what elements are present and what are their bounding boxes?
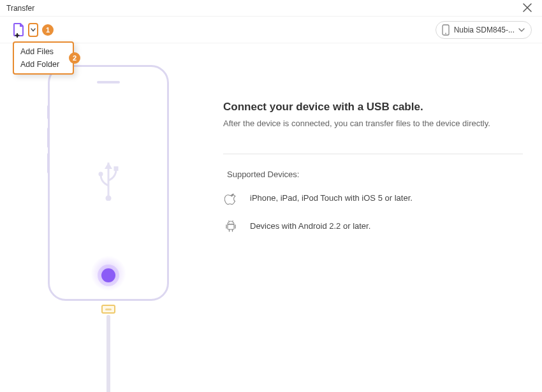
window-title: Transfer	[6, 4, 34, 13]
menu-add-files[interactable]: Add Files	[14, 45, 73, 58]
svg-point-1	[445, 33, 446, 34]
add-button[interactable]	[11, 22, 27, 38]
add-dropdown-menu: Add Files Add Folder 2	[13, 41, 74, 75]
add-file-icon	[11, 22, 27, 38]
connect-title: Connect your device with a USB cable.	[223, 101, 523, 113]
android-icon	[223, 219, 238, 233]
chevron-down-icon	[31, 28, 36, 32]
phone-icon	[441, 24, 450, 36]
device-selected-label: Nubia SDM845-...	[454, 25, 515, 34]
supported-device-text: Devices with Android 2.2 or later.	[250, 221, 370, 231]
toolbar-left: 1 Add Files Add Folder 2	[11, 22, 54, 38]
close-button[interactable]	[519, 1, 536, 15]
menu-add-folder[interactable]: Add Folder	[14, 58, 73, 71]
connect-subtitle: After the device is connected, you can t…	[223, 119, 523, 128]
supported-device-android: Devices with Android 2.2 or later.	[223, 219, 523, 233]
divider	[223, 154, 523, 154]
titlebar: Transfer	[0, 0, 542, 17]
apple-icon	[223, 191, 238, 205]
close-icon	[523, 3, 532, 12]
usb-icon	[96, 156, 121, 203]
step-badge-2: 2	[69, 52, 80, 64]
chevron-down-icon	[518, 28, 525, 32]
step-badge-1: 1	[42, 24, 54, 36]
supported-heading: Supported Devices:	[227, 170, 523, 179]
device-selector[interactable]: Nubia SDM845-...	[436, 21, 532, 39]
svg-point-2	[106, 196, 112, 201]
svg-point-3	[99, 172, 103, 177]
toolbar: 1 Add Files Add Folder 2 Nubia SDM845-..…	[0, 17, 542, 43]
content: Connect your device with a USB cable. Af…	[0, 43, 542, 377]
svg-point-13	[231, 222, 232, 223]
add-dropdown-toggle[interactable]	[28, 23, 38, 37]
supported-device-ios: iPhone, iPad, iPod Touch with iOS 5 or l…	[223, 191, 523, 205]
phone-illustration	[19, 69, 198, 377]
svg-rect-4	[114, 166, 119, 171]
svg-point-12	[229, 222, 230, 223]
supported-device-text: iPhone, iPad, iPod Touch with iOS 5 or l…	[250, 193, 413, 203]
svg-rect-5	[228, 224, 234, 229]
info-panel: Connect your device with a USB cable. Af…	[223, 69, 523, 377]
